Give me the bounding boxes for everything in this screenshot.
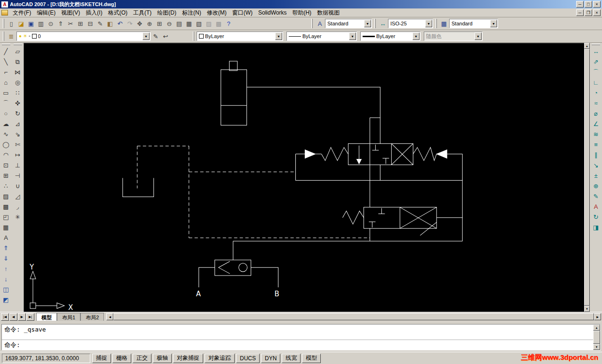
toolbar-grip[interactable] xyxy=(14,44,22,45)
model-toggle[interactable]: 模型 xyxy=(302,354,321,363)
toolbar-button[interactable]: ↦ xyxy=(13,150,23,160)
toolbar-button[interactable]: ↩ xyxy=(161,32,170,41)
lineweight-combo[interactable]: ByLayer ▼ xyxy=(360,32,420,41)
toolbar-grip[interactable] xyxy=(311,19,313,28)
toolbar-button[interactable]: ⊿ xyxy=(13,119,23,129)
mdi-close-button[interactable]: × xyxy=(593,9,601,16)
chevron-down-icon[interactable]: ▼ xyxy=(349,32,356,40)
toolbar-button[interactable]: ⊡ xyxy=(1,160,11,170)
scroll-left-icon[interactable]: ◀ xyxy=(106,313,113,320)
menu-window[interactable]: 窗口(W) xyxy=(230,8,255,18)
toolbar-grip[interactable] xyxy=(2,44,10,45)
toolbar-button[interactable]: ▱ xyxy=(13,46,23,56)
toolbar-button[interactable]: ✥ xyxy=(135,19,144,28)
text-style-combo[interactable]: Standard ▼ xyxy=(325,19,372,28)
toolbar-button[interactable]: ≣ xyxy=(7,32,16,41)
toolbar-button[interactable]: ⇓ xyxy=(1,253,11,263)
toolbar-button[interactable]: ✎ xyxy=(591,191,601,201)
mdi-restore-button[interactable]: ❐ xyxy=(585,9,592,16)
toolbar-button[interactable]: ◠ xyxy=(1,150,11,160)
toolbar-button[interactable]: ⊣ xyxy=(13,170,23,181)
toolbar-button[interactable]: ↻ xyxy=(13,108,23,119)
toolbar-button[interactable]: ∥ xyxy=(591,150,601,160)
toolbar-grip[interactable] xyxy=(436,19,437,28)
scroll-down-icon[interactable]: ▼ xyxy=(593,344,600,350)
toolbar-button[interactable]: ▩ xyxy=(1,201,11,212)
menu-view[interactable]: 视图(V) xyxy=(58,8,83,18)
menu-solidworks[interactable]: SolidWorks xyxy=(255,8,289,17)
toolbar-button[interactable]: ▧ xyxy=(194,19,204,28)
toolbar-button[interactable]: ✎ xyxy=(95,19,105,28)
toolbar-button[interactable]: ∪ xyxy=(13,181,23,191)
snap-toggle[interactable]: 捕捉 xyxy=(92,354,111,363)
toolbar-button[interactable]: ⇘ xyxy=(13,129,23,139)
hydraulic-piping[interactable] xyxy=(233,87,463,260)
scroll-down-icon[interactable]: ▼ xyxy=(584,306,590,312)
toolbar-button[interactable]: ≈ xyxy=(591,98,601,108)
menu-edit[interactable]: 编辑(E) xyxy=(34,8,58,18)
hydraulic-cylinder[interactable] xyxy=(221,61,247,125)
toolbar-button[interactable]: ∿ xyxy=(1,129,11,139)
toolbar-button[interactable]: ◯ xyxy=(1,139,11,150)
toolbar-button[interactable]: ▯ xyxy=(7,19,16,28)
toolbar-grip[interactable] xyxy=(3,19,4,28)
toolbar-button[interactable]: ≋ xyxy=(591,129,601,139)
toolbar-button[interactable]: ▦ xyxy=(184,19,194,28)
toolbar-button[interactable]: ± xyxy=(591,170,601,181)
toolbar-grip[interactable] xyxy=(592,44,600,45)
toolbar-button[interactable]: ⊙ xyxy=(46,19,55,28)
toolbar-button[interactable]: ↔ xyxy=(591,46,601,56)
ducs-toggle[interactable]: DUCS xyxy=(236,354,260,363)
command-input-line[interactable]: 命令: xyxy=(2,340,593,350)
menu-format[interactable]: 格式(O) xyxy=(105,8,130,18)
toolbar-button[interactable]: ◨ xyxy=(591,222,601,232)
toolbar-button[interactable]: ⇑ xyxy=(1,243,11,253)
toolbar-button[interactable]: ⇗ xyxy=(591,56,601,67)
toolbar-button[interactable]: ↑ xyxy=(1,263,11,274)
toolbar-button[interactable]: ✄ xyxy=(13,139,23,150)
toolbar-button[interactable]: ◰ xyxy=(1,212,11,222)
toolbar-grip[interactable] xyxy=(193,32,194,41)
horizontal-scrollbar[interactable]: ◀ ▶ xyxy=(106,313,601,320)
toolbar-button[interactable]: ▨ xyxy=(204,19,214,28)
pilot-lines-dashed[interactable] xyxy=(137,146,370,237)
toolbar-button[interactable]: ↘ xyxy=(591,160,601,170)
drawing-canvas[interactable]: A B Y X xyxy=(24,43,584,312)
toolbar-button[interactable]: ↷ xyxy=(125,19,135,28)
menu-dataview[interactable]: 数据视图 xyxy=(314,8,342,18)
toolbar-button[interactable]: ☁ xyxy=(1,119,11,129)
ortho-toggle[interactable]: 正交 xyxy=(133,354,151,363)
toolbar-button[interactable]: ◎ xyxy=(13,77,23,87)
directional-valve-2pos[interactable] xyxy=(342,207,436,236)
chevron-down-icon[interactable]: ▼ xyxy=(425,20,432,27)
chevron-down-icon[interactable]: ▼ xyxy=(143,32,150,40)
toolbar-button[interactable]: ◿ xyxy=(13,191,23,201)
toolbar-button[interactable]: ▥ xyxy=(36,19,46,28)
toolbar-button[interactable]: ∷ xyxy=(13,87,23,98)
table-style-combo[interactable]: Standard ▼ xyxy=(449,19,498,28)
check-valve[interactable] xyxy=(199,260,278,287)
toolbar-button[interactable]: ⊟ xyxy=(86,19,95,28)
toolbar-button[interactable]: ✜ xyxy=(13,98,23,108)
menu-draw[interactable]: 绘图(D) xyxy=(154,8,179,18)
drawing-area[interactable]: A B Y X xyxy=(24,43,584,312)
toolbar-button[interactable]: ? xyxy=(224,19,233,28)
tank-symbol[interactable] xyxy=(123,178,154,197)
command-scrollbar[interactable]: ▲ ▼ xyxy=(593,324,600,350)
toolbar-button[interactable]: ∴ xyxy=(1,181,11,191)
tab-prev-button[interactable]: ◀ xyxy=(9,313,17,321)
toolbar-button[interactable]: ⊞ xyxy=(1,170,11,181)
toolbar-button[interactable]: ⌂ xyxy=(1,77,11,87)
toolbar-button[interactable]: ↔ xyxy=(378,19,388,28)
vertical-scrollbar[interactable]: ▲ ▼ xyxy=(584,43,590,312)
chevron-down-icon[interactable]: ▼ xyxy=(364,20,371,27)
toolbar-button[interactable]: ⋈ xyxy=(13,67,23,77)
scroll-right-icon[interactable]: ▶ xyxy=(594,313,601,320)
horizontal-scrollbar-thumb[interactable] xyxy=(113,313,594,320)
directional-valve-4-3[interactable] xyxy=(296,143,463,165)
menu-help[interactable]: 帮助(H) xyxy=(289,8,314,18)
tab-next-button[interactable]: ▶ xyxy=(18,313,26,321)
toolbar-button[interactable]: ╱ xyxy=(1,46,11,56)
toolbar-button[interactable]: ▨ xyxy=(1,191,11,201)
toolbar-button[interactable]: ✳ xyxy=(13,212,23,222)
